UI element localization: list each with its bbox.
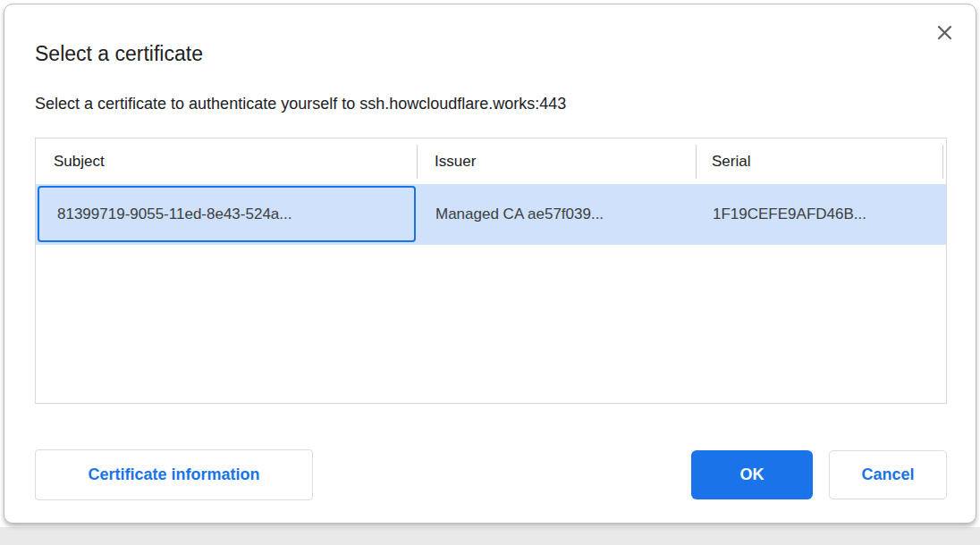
page-title: Select a certificate: [35, 42, 203, 66]
dialog-subtitle: Select a certificate to authenticate you…: [35, 95, 566, 113]
cell-subject[interactable]: 81399719-9055-11ed-8e43-524a...: [38, 186, 416, 242]
column-header-serial: Serial: [696, 138, 942, 184]
cancel-button[interactable]: Cancel: [829, 450, 947, 499]
column-header-issuer: Issuer: [417, 138, 696, 184]
certificate-information-button[interactable]: Certificate information: [35, 449, 313, 500]
certificate-select-dialog: Select a certificate Select a certificat…: [4, 4, 976, 524]
page-background-strip: [0, 527, 980, 545]
close-icon: [936, 24, 953, 41]
cell-issuer[interactable]: Managed CA ae57f039...: [435, 184, 695, 245]
column-separator: [696, 145, 697, 179]
column-separator: [417, 145, 418, 179]
ok-button[interactable]: OK: [691, 450, 813, 499]
certificate-table: Subject Issuer Serial 81399719-9055-11ed…: [35, 138, 947, 404]
close-button[interactable]: [929, 17, 959, 47]
column-header-subject: Subject: [36, 138, 417, 184]
cell-serial[interactable]: 1F19CEFE9AFD46B...: [713, 184, 941, 245]
certificate-row-selected[interactable]: 81399719-9055-11ed-8e43-524a... Managed …: [36, 184, 946, 245]
column-separator: [942, 145, 943, 179]
table-header-row: Subject Issuer Serial: [36, 138, 946, 184]
